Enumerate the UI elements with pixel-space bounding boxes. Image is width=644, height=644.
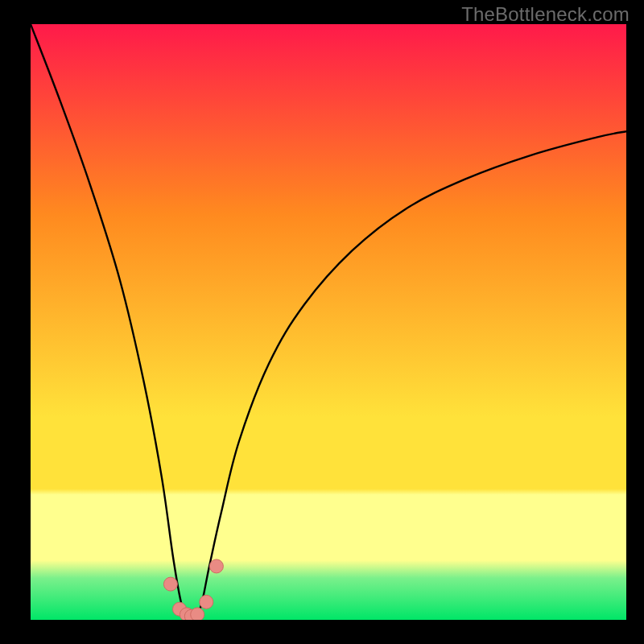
highlight-marker xyxy=(209,559,223,573)
bottleneck-curve-svg xyxy=(31,24,626,620)
chart-frame: TheBottleneck.com xyxy=(0,0,644,644)
bottleneck-curve xyxy=(31,24,626,620)
highlight-marker xyxy=(191,608,204,620)
highlight-markers xyxy=(163,559,223,620)
watermark-text: TheBottleneck.com xyxy=(461,3,630,26)
plot-area xyxy=(31,24,626,620)
highlight-marker xyxy=(200,595,213,609)
highlight-marker xyxy=(163,577,177,591)
